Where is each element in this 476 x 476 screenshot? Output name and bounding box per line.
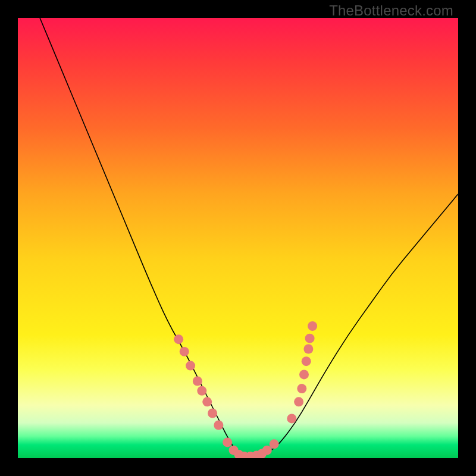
curve-marker xyxy=(174,334,183,344)
curve-marker xyxy=(305,334,315,343)
curve-marker xyxy=(193,377,202,386)
curve-marker xyxy=(287,414,296,423)
curve-marker xyxy=(297,384,306,393)
curve-marker xyxy=(180,347,189,356)
curve-marker xyxy=(294,397,303,406)
curve-marker xyxy=(202,397,212,406)
curve-marker xyxy=(186,361,195,371)
bottleneck-curve xyxy=(40,18,458,458)
curve-marker xyxy=(223,437,232,447)
curve-marker xyxy=(214,421,223,430)
chart-frame xyxy=(18,18,458,458)
chart-svg xyxy=(18,18,458,458)
watermark: TheBottleneck.com xyxy=(329,2,453,19)
curve-marker xyxy=(303,345,313,354)
curve-marker xyxy=(299,369,309,379)
curve-marker xyxy=(302,356,311,366)
curve-markers xyxy=(174,321,317,458)
curve-marker xyxy=(208,409,217,418)
curve-marker xyxy=(270,439,279,449)
curve-marker xyxy=(308,321,317,331)
curve-marker xyxy=(197,386,206,396)
